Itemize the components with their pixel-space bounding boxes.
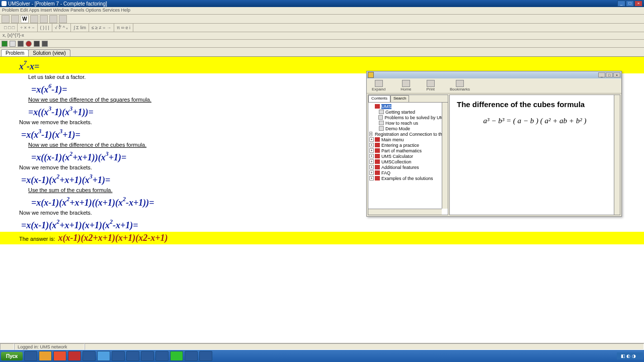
taskbar-item[interactable] — [53, 351, 66, 361]
status-cell: Logged in: UMS network — [14, 343, 85, 350]
taskbar-item[interactable] — [126, 351, 139, 361]
solution-content: x7-x= Let us take out a factor. =x(x6-1)… — [0, 56, 644, 343]
help-content-scrollbar[interactable] — [614, 95, 620, 215]
taskbar-item[interactable] — [83, 351, 96, 361]
taskbar-item[interactable] — [39, 351, 52, 361]
toolbar-button[interactable] — [59, 15, 67, 23]
math-group[interactable]: ÷ × + − — [18, 24, 37, 32]
tab-problem[interactable]: Problem — [1, 49, 29, 56]
toolbar-button[interactable]: W — [21, 15, 29, 23]
help-tree-item[interactable]: +Entering a practice — [369, 142, 447, 148]
help-tree-item[interactable]: How to reach us — [369, 120, 447, 126]
status-cell — [85, 343, 644, 350]
help-tree-item[interactable]: +UMSCollection — [369, 159, 447, 164]
math-group[interactable]: □ □ □ — [2, 24, 18, 32]
math-group[interactable]: √ ∛ ^ ₓ — [52, 24, 71, 32]
toolbar-math[interactable]: □ □ □ ÷ × + − ( ) | | √ ∛ ^ ₓ ∫ Σ lim ≤ … — [0, 24, 644, 32]
app-icon — [2, 1, 7, 6]
help-tree-item[interactable]: +Additional features — [369, 164, 447, 170]
tab-solution[interactable]: Solution (view) — [28, 49, 70, 56]
help-content: The difference of the cubes formula a³ −… — [449, 95, 620, 215]
formula-bar[interactable]: x, {x}^{7}-x — [0, 32, 644, 40]
help-content-formula: a³ − b³ = ( a − b ) ( a² + ab + b² ) — [457, 117, 613, 125]
toolbar-button[interactable] — [49, 15, 57, 23]
math-group[interactable]: ≤ ≥ ≠ = → — [89, 24, 114, 32]
help-bookmarks-button[interactable]: Bookmarks — [450, 80, 470, 92]
help-home-button[interactable]: Home — [400, 80, 411, 92]
math-group[interactable]: π ∞ e i — [114, 24, 133, 32]
status-bar: Logged in: UMS network — [0, 343, 644, 350]
taskbar-item[interactable] — [112, 351, 125, 361]
taskbar-item[interactable] — [141, 351, 154, 361]
help-tree-item[interactable]: +Registration and Connection to the UMS — [369, 131, 447, 137]
tab-bar: Problem Solution (view) — [0, 48, 644, 56]
taskbar-item[interactable] — [68, 351, 81, 361]
taskbar-item[interactable] — [155, 351, 169, 361]
help-tree-item[interactable]: +Examples of the solutions — [369, 175, 447, 181]
window-controls: _ □ × — [617, 1, 642, 7]
answer-label: The answer is: — [19, 236, 55, 242]
tree-hscrollbar[interactable] — [368, 209, 442, 215]
toolbar-button[interactable] — [2, 15, 10, 23]
help-tab-search[interactable]: Search — [390, 95, 409, 102]
start-button[interactable]: Пуск — [1, 352, 23, 360]
help-minimize-button[interactable]: _ — [598, 72, 605, 77]
help-tree-item[interactable]: +Main menu — [369, 137, 447, 142]
titlebar: UMSolver - [Problem 7 - Complete factori… — [0, 0, 644, 7]
taskbar-item[interactable] — [170, 351, 183, 361]
play-button[interactable] — [2, 41, 8, 47]
pause-button[interactable] — [34, 41, 40, 47]
help-window: _ □ × Expand Home Print Bookmarks Conten… — [366, 71, 622, 217]
help-maximize-button[interactable]: □ — [606, 72, 613, 77]
help-tree-item[interactable]: UMS — [369, 104, 447, 109]
help-titlebar[interactable]: _ □ × — [367, 71, 621, 78]
help-expand-button[interactable]: Expand — [372, 80, 385, 92]
problem-expression: x7-x= — [19, 61, 39, 71]
math-step: =x(x-1)(x2+x+1)(x+1)(x2-x+1)= — [0, 216, 644, 232]
help-tab-contents[interactable]: Contents — [368, 95, 390, 102]
menu-bar[interactable]: Problem Edit Apps Insert Window Panels O… — [0, 7, 644, 15]
close-button[interactable]: × — [634, 1, 642, 7]
taskbar-item[interactable] — [24, 351, 37, 361]
tree-vscrollbar[interactable] — [442, 103, 448, 209]
math-group[interactable]: ∫ Σ lim — [71, 24, 89, 32]
toolbar-button[interactable] — [40, 15, 48, 23]
taskbar: Пуск ◧ ◐ ◑ — [0, 350, 644, 362]
answer-row: The answer is: x(x-1)(x2+x+1)(x+1)(x2-x+… — [0, 232, 644, 244]
help-tree-item[interactable]: +FAQ — [369, 170, 447, 175]
help-content-title: The difference of the cubes formula — [457, 100, 613, 109]
step-button[interactable] — [10, 41, 16, 47]
prev-button[interactable] — [18, 41, 24, 47]
playback-bar — [0, 40, 644, 48]
minimize-button[interactable]: _ — [617, 1, 625, 7]
help-tree-item[interactable]: Demo Mode — [369, 126, 447, 131]
system-tray[interactable]: ◧ ◐ ◑ — [617, 352, 643, 359]
help-tree: Contents Search UMSGetting startedProble… — [368, 95, 448, 215]
toolbar-main: W — [0, 15, 644, 24]
taskbar-item[interactable] — [185, 351, 198, 361]
help-print-button[interactable]: Print — [426, 80, 434, 92]
help-tree-item[interactable]: Problems to be solved by UMS — [369, 115, 447, 120]
taskbar-item[interactable] — [97, 351, 110, 361]
help-tree-item[interactable]: +Part of mathematics — [369, 148, 447, 153]
maximize-button[interactable]: □ — [626, 1, 634, 7]
help-tree-item[interactable]: +UMS Calculator — [369, 153, 447, 159]
help-icon — [368, 72, 374, 78]
status-cell — [0, 343, 14, 350]
window-title: UMSolver - [Problem 7 - Complete factori… — [8, 1, 107, 7]
toolbar-button[interactable] — [30, 15, 38, 23]
stop-button[interactable] — [26, 41, 32, 47]
next-button[interactable] — [42, 41, 48, 47]
help-toolbar: Expand Home Print Bookmarks — [367, 78, 621, 94]
toolbar-button[interactable] — [11, 15, 19, 23]
help-close-button[interactable]: × — [613, 72, 620, 77]
math-group[interactable]: ( ) | | — [38, 24, 52, 32]
answer-expression: x(x-1)(x2+x+1)(x+1)(x2-x+1) — [58, 233, 168, 243]
help-tree-item[interactable]: Getting started — [369, 109, 447, 115]
taskbar-item[interactable] — [199, 351, 212, 361]
